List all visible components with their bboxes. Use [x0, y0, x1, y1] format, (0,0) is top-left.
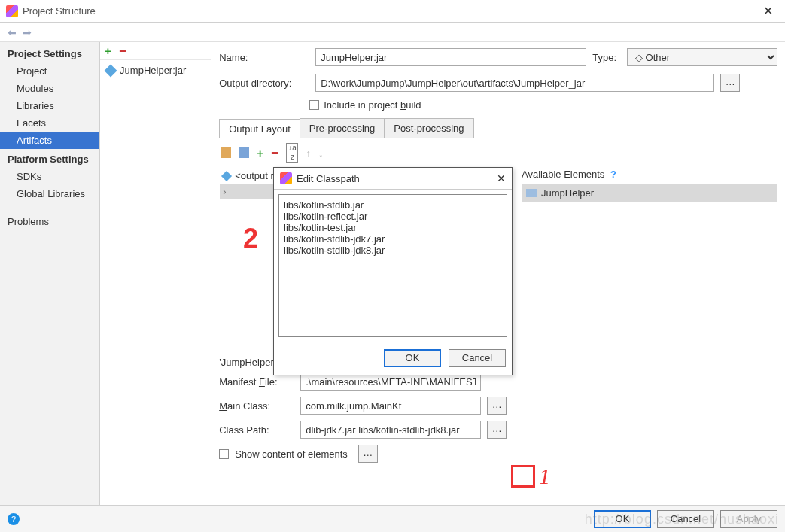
footer-cancel-button[interactable]: Cancel [657, 510, 714, 528]
artifact-item-label: JumpHelper:jar [120, 65, 186, 76]
footer: ? OK Cancel Apply [0, 505, 785, 532]
close-button[interactable]: ✕ [757, 4, 779, 18]
available-elements-panel: Available Elements ? JumpHelper [522, 167, 777, 202]
available-module-item[interactable]: JumpHelper [522, 184, 777, 202]
name-input[interactable] [315, 48, 586, 66]
forward-icon[interactable]: ➡ [20, 26, 35, 38]
main-class-browse-button[interactable]: … [487, 397, 507, 415]
sidebar-item-problems[interactable]: Problems [0, 213, 99, 230]
add-icon[interactable]: + [105, 44, 111, 57]
sidebar-item-project[interactable]: Project [0, 62, 99, 80]
available-elements-label: Available Elements [522, 169, 604, 180]
show-content-browse-button[interactable]: … [358, 445, 378, 463]
sidebar: Project Settings Project Modules Librari… [0, 42, 100, 509]
chevron-right-icon: › [223, 186, 230, 197]
tab-pre-processing[interactable]: Pre-processing [300, 118, 385, 138]
nav-toolbar: ⬅ ➡ [0, 23, 785, 42]
properties-icon[interactable] [239, 147, 249, 158]
sidebar-item-sdks[interactable]: SDKs [0, 168, 99, 185]
move-up-icon[interactable]: ↑ [306, 147, 311, 159]
window-titlebar: Project Structure ✕ [0, 0, 785, 23]
back-icon[interactable]: ⬅ [5, 26, 20, 38]
artifact-icon [221, 170, 232, 181]
type-label: Type: [592, 52, 621, 63]
new-folder-icon[interactable] [221, 147, 231, 158]
outdir-input[interactable] [315, 74, 714, 92]
window-title: Project Structure [23, 5, 757, 17]
type-select[interactable]: ◇ Other [627, 48, 777, 66]
remove-element-icon[interactable]: − [271, 149, 279, 157]
checkbox-icon [219, 449, 229, 459]
module-icon [526, 189, 537, 197]
footer-help-icon[interactable]: ? [8, 513, 20, 525]
dialog-title: Edit Classpath [297, 173, 497, 184]
artifact-list-toolbar: + − [100, 42, 211, 60]
remove-icon[interactable]: − [119, 47, 127, 55]
dialog-titlebar: Edit Classpath ✕ [274, 168, 512, 190]
outdir-browse-button[interactable]: … [720, 74, 740, 92]
footer-ok-button[interactable]: OK [594, 510, 651, 528]
manifest-file-label: Manifest File: [219, 376, 294, 388]
available-elements-header: Available Elements ? [522, 167, 777, 184]
class-path-browse-button[interactable]: … [487, 421, 507, 439]
sidebar-hdr-platform: Platform Settings [0, 149, 99, 168]
move-down-icon[interactable]: ↓ [318, 147, 324, 159]
footer-apply-button[interactable]: Apply [720, 510, 777, 528]
main-class-label: Main Class: [219, 400, 294, 412]
artifact-list-panel: + − JumpHelper:jar [100, 42, 211, 509]
class-path-input[interactable] [300, 421, 481, 439]
output-tabs: Output Layout Pre-processing Post-proces… [219, 118, 777, 138]
intellij-icon [280, 172, 292, 184]
edit-classpath-dialog: Edit Classpath ✕ libs/kotlin-stdlib.jar … [273, 167, 513, 375]
artifact-item[interactable]: JumpHelper:jar [100, 60, 211, 81]
sort-icon[interactable]: ↓az [286, 143, 298, 163]
intellij-icon [6, 5, 18, 17]
name-label: Name: [219, 52, 309, 63]
classpath-text: libs/kotlin-stdlib.jar libs/kotlin-refle… [284, 199, 385, 256]
help-icon[interactable]: ? [610, 169, 616, 180]
show-content-checkbox[interactable]: Show content of elements … [219, 445, 777, 463]
add-element-icon[interactable]: + [257, 147, 263, 160]
layout-toolbar: + − ↓az ↑ ↓ [219, 138, 777, 167]
include-build-checkbox[interactable]: Include in project build [309, 99, 777, 111]
tab-post-processing[interactable]: Post-processing [384, 118, 473, 138]
dialog-close-button[interactable]: ✕ [497, 172, 506, 184]
dialog-ok-button[interactable]: OK [384, 349, 441, 367]
dialog-cancel-button[interactable]: Cancel [449, 349, 506, 367]
sidebar-item-globallib[interactable]: Global Libraries [0, 185, 99, 202]
main-class-input[interactable] [300, 397, 481, 415]
include-build-label: Include in project build [324, 99, 421, 111]
class-path-label: Class Path: [219, 424, 294, 436]
sidebar-item-libraries[interactable]: Libraries [0, 97, 99, 114]
classpath-textarea[interactable]: libs/kotlin-stdlib.jar libs/kotlin-refle… [278, 194, 507, 337]
sidebar-item-artifacts[interactable]: Artifacts [0, 132, 99, 149]
tab-output-layout[interactable]: Output Layout [219, 119, 300, 138]
sidebar-hdr-project: Project Settings [0, 44, 99, 62]
sidebar-item-facets[interactable]: Facets [0, 114, 99, 132]
show-content-label: Show content of elements [235, 448, 348, 460]
checkbox-icon [309, 100, 319, 110]
artifact-icon [105, 64, 117, 77]
sidebar-item-modules[interactable]: Modules [0, 80, 99, 97]
available-module-label: JumpHelper [541, 187, 594, 199]
outdir-label: Output directory: [219, 78, 309, 89]
